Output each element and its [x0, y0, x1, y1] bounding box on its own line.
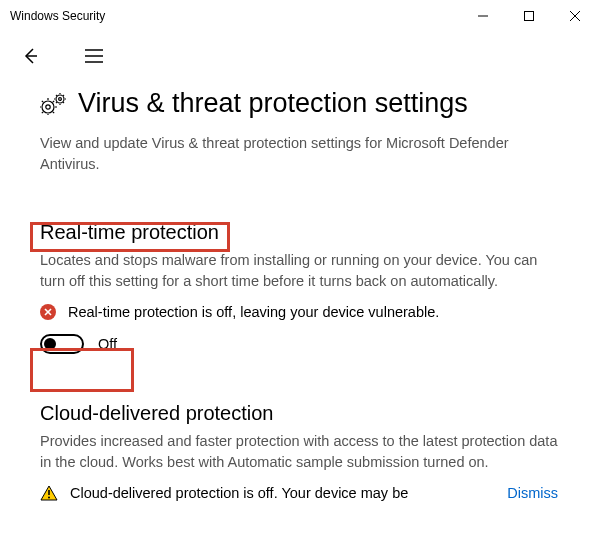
close-button[interactable] — [552, 0, 598, 32]
svg-point-16 — [48, 497, 50, 499]
alert-text-cloud: Cloud-delivered protection is off. Your … — [70, 485, 495, 501]
window-controls — [460, 0, 598, 32]
section-desc-realtime: Locates and stops malware from installin… — [40, 250, 558, 292]
svg-point-10 — [59, 97, 62, 100]
gears-icon — [40, 93, 66, 115]
section-cloud: Cloud-delivered protection Provides incr… — [40, 402, 558, 501]
svg-point-9 — [42, 101, 54, 113]
toggle-switch[interactable] — [40, 334, 84, 354]
menu-button[interactable] — [74, 36, 114, 76]
toggle-realtime[interactable]: Off — [40, 334, 558, 354]
back-button[interactable] — [10, 36, 50, 76]
section-realtime: Real-time protection Locates and stops m… — [40, 221, 558, 354]
nav-bar — [0, 32, 598, 80]
toggle-label-realtime: Off — [98, 336, 117, 352]
section-desc-cloud: Provides increased and faster protection… — [40, 431, 558, 473]
svg-point-8 — [46, 104, 50, 108]
dismiss-link[interactable]: Dismiss — [507, 485, 558, 501]
section-title-cloud: Cloud-delivered protection — [40, 402, 558, 425]
page-subtitle: View and update Virus & threat protectio… — [40, 133, 558, 175]
page-title: Virus & threat protection settings — [78, 88, 468, 119]
warning-icon — [40, 485, 58, 501]
alert-realtime: Real-time protection is off, leaving you… — [40, 304, 558, 320]
window-title: Windows Security — [10, 9, 460, 23]
svg-rect-1 — [525, 12, 534, 21]
maximize-button[interactable] — [506, 0, 552, 32]
section-title-realtime: Real-time protection — [40, 221, 558, 244]
title-bar: Windows Security — [0, 0, 598, 32]
alert-cloud: Cloud-delivered protection is off. Your … — [40, 485, 558, 501]
alert-text-realtime: Real-time protection is off, leaving you… — [68, 304, 439, 320]
content-area: Virus & threat protection settings View … — [0, 80, 598, 501]
page-header: Virus & threat protection settings — [40, 88, 558, 119]
minimize-button[interactable] — [460, 0, 506, 32]
error-icon — [40, 304, 56, 320]
svg-point-11 — [56, 95, 64, 103]
